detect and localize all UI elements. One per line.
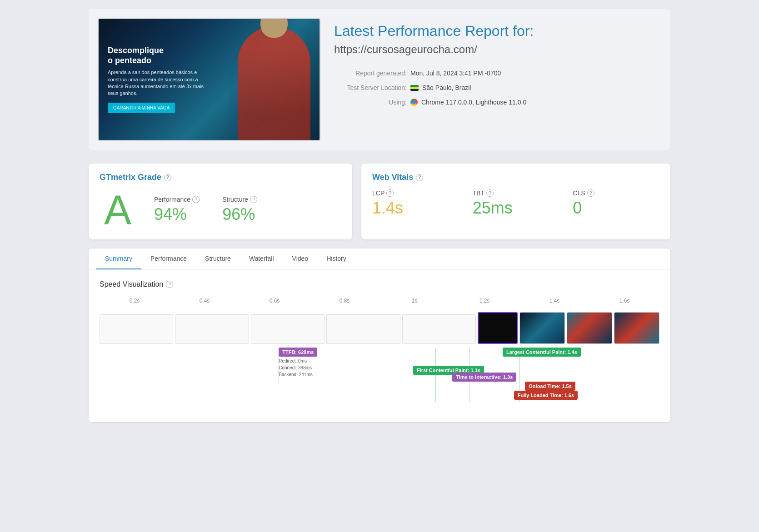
tbt-help-icon[interactable]: ? xyxy=(486,189,494,197)
gtmetrix-content: A Performance ? 94% Structure ? xyxy=(100,189,341,230)
cls-vital: CLS ? 0 xyxy=(573,189,659,218)
tab-performance[interactable]: Performance xyxy=(141,249,196,269)
web-vitals-help-icon[interactable]: ? xyxy=(416,174,423,181)
header-section: Descomplique o penteado Aprenda a sair d… xyxy=(89,9,670,150)
vitals-content: LCP ? 1.4s TBT ? 25ms CLS ? xyxy=(372,189,659,218)
web-vitals-title: Web Vitals ? xyxy=(372,173,659,182)
lcp-tooltip: Largest Contentful Paint: 1.4s xyxy=(503,348,581,357)
structure-value: 96% xyxy=(222,205,257,224)
timeline-label-5: 1.2s xyxy=(449,298,519,304)
lcp-value: 1.4s xyxy=(372,199,459,218)
timeline-label-2: 0.6s xyxy=(240,298,310,304)
web-vitals-panel: Web Vitals ? LCP ? 1.4s TBT ? 25ms xyxy=(361,164,670,239)
ttfb-tooltip: TTFB: 629ms xyxy=(279,348,317,357)
report-title: Latest Performance Report for: xyxy=(334,23,661,40)
thumb-lcp xyxy=(567,312,612,344)
thumb-flt xyxy=(614,312,659,344)
structure-metric: Structure ? 96% xyxy=(222,196,257,224)
meta-generated-value: Mon, Jul 8, 2024 3:41 PM -0700 xyxy=(410,67,501,80)
grade-metrics: Performance ? 94% Structure ? 96% xyxy=(154,196,257,224)
timeline-label-3: 0.8s xyxy=(310,298,380,304)
performance-label: Performance ? xyxy=(154,196,200,203)
meta-server-label: Test Server Location: xyxy=(334,81,407,94)
structure-help-icon[interactable]: ? xyxy=(250,196,257,203)
gtmetrix-grade-panel: GTmetrix Grade ? A Performance ? 94% xyxy=(89,164,352,239)
timeline-label-1: 0.4s xyxy=(170,298,240,304)
meta-server-value: São Paulo, Brazil xyxy=(422,81,471,94)
screenshot-title: Descomplique o penteado xyxy=(108,46,208,65)
gtmetrix-title: GTmetrix Grade ? xyxy=(100,173,341,182)
tab-waterfall[interactable]: Waterfall xyxy=(240,249,283,269)
brazil-flag-icon xyxy=(410,85,419,91)
onload-tooltip: Onload Time: 1.5s xyxy=(525,382,575,391)
cls-help-icon[interactable]: ? xyxy=(587,189,594,197)
cls-label: CLS ? xyxy=(573,189,659,197)
tbt-label: TBT ? xyxy=(473,189,559,197)
timeline-label-6: 1.4s xyxy=(519,298,589,304)
cls-value: 0 xyxy=(573,199,659,218)
page-wrapper: Descomplique o penteado Aprenda a sair d… xyxy=(80,0,679,431)
fcp-line xyxy=(435,348,436,402)
person-silhouette xyxy=(238,26,310,140)
meta-using: Using: Chrome 117.0.0.0, Lighthouse 11.0… xyxy=(334,96,661,109)
tabs-bar: Summary Performance Structure Waterfall … xyxy=(89,249,670,269)
thumb-2 xyxy=(251,314,325,344)
tab-summary[interactable]: Summary xyxy=(96,249,141,269)
screenshot-desc: Aprenda a sair dos penteados básicos e c… xyxy=(108,69,208,97)
site-screenshot: Descomplique o penteado Aprenda a sair d… xyxy=(98,18,320,141)
lcp-help-icon[interactable]: ? xyxy=(386,189,394,197)
screenshot-person xyxy=(229,18,320,140)
tab-video[interactable]: Video xyxy=(283,249,318,269)
report-info: Latest Performance Report for: https://c… xyxy=(334,18,661,141)
tti-tooltip: Time to Interactive: 1.3s xyxy=(452,373,516,382)
performance-metric: Performance ? 94% xyxy=(154,196,200,224)
timeline-section: 0.2s 0.4s 0.6s 0.8s 1s 1.2s 1.4s 1.6s xyxy=(100,298,659,411)
lcp-vital: LCP ? 1.4s xyxy=(372,189,459,218)
meta-server: Test Server Location: São Paulo, Brazil xyxy=(334,81,661,94)
report-meta: Report generated: Mon, Jul 8, 2024 3:41 … xyxy=(334,67,661,109)
ttfb-sub: Redirect: 0ms Connect: 388ms Backend: 24… xyxy=(279,358,313,378)
chrome-icon xyxy=(410,99,418,106)
tabs-container: Summary Performance Structure Waterfall … xyxy=(89,249,670,422)
lcp-label: LCP ? xyxy=(372,189,459,197)
timeline-thumbnails xyxy=(100,308,659,344)
thumb-fcp xyxy=(519,312,565,344)
performance-value: 94% xyxy=(154,205,200,224)
timeline-labels: 0.2s 0.4s 0.6s 0.8s 1s 1.2s 1.4s 1.6s xyxy=(100,298,659,304)
tbt-vital: TBT ? 25ms xyxy=(473,189,559,218)
tbt-value: 25ms xyxy=(473,199,559,218)
thumb-0 xyxy=(100,314,173,344)
person-head xyxy=(260,18,288,38)
annotations-area: TTFB: 629ms Redirect: 0ms Connect: 388ms… xyxy=(100,348,659,402)
meta-using-label: Using: xyxy=(334,96,407,109)
meta-generated: Report generated: Mon, Jul 8, 2024 3:41 … xyxy=(334,67,661,80)
speed-viz-help-icon[interactable]: ? xyxy=(166,281,173,288)
report-url[interactable]: https://cursosageurocha.com/ xyxy=(334,43,661,56)
thumb-1 xyxy=(175,314,249,344)
speed-viz-title: Speed Visualization ? xyxy=(100,280,659,288)
thumb-3 xyxy=(326,314,400,344)
timeline-label-7: 1.6s xyxy=(589,298,659,304)
screenshot-cta-button[interactable]: GARANTIR A MINHA VAGA xyxy=(108,103,175,113)
timeline-label-0: 0.2s xyxy=(100,298,170,304)
grade-letter: A xyxy=(100,189,136,230)
gtmetrix-help-icon[interactable]: ? xyxy=(164,174,171,181)
timeline-label-4: 1s xyxy=(380,298,449,304)
meta-using-value: Chrome 117.0.0.0, Lighthouse 11.0.0 xyxy=(421,96,526,109)
thumb-dark xyxy=(478,312,518,344)
tab-structure[interactable]: Structure xyxy=(196,249,240,269)
performance-help-icon[interactable]: ? xyxy=(192,196,200,203)
flt-tooltip: Fully Loaded Time: 1.6s xyxy=(514,391,578,400)
structure-label: Structure ? xyxy=(222,196,257,203)
meta-generated-label: Report generated: xyxy=(334,67,407,80)
thumb-4 xyxy=(402,314,476,344)
tab-history[interactable]: History xyxy=(317,249,355,269)
grades-section: GTmetrix Grade ? A Performance ? 94% xyxy=(89,164,670,239)
tab-content-summary: Speed Visualization ? 0.2s 0.4s 0.6s 0.8… xyxy=(89,269,670,422)
